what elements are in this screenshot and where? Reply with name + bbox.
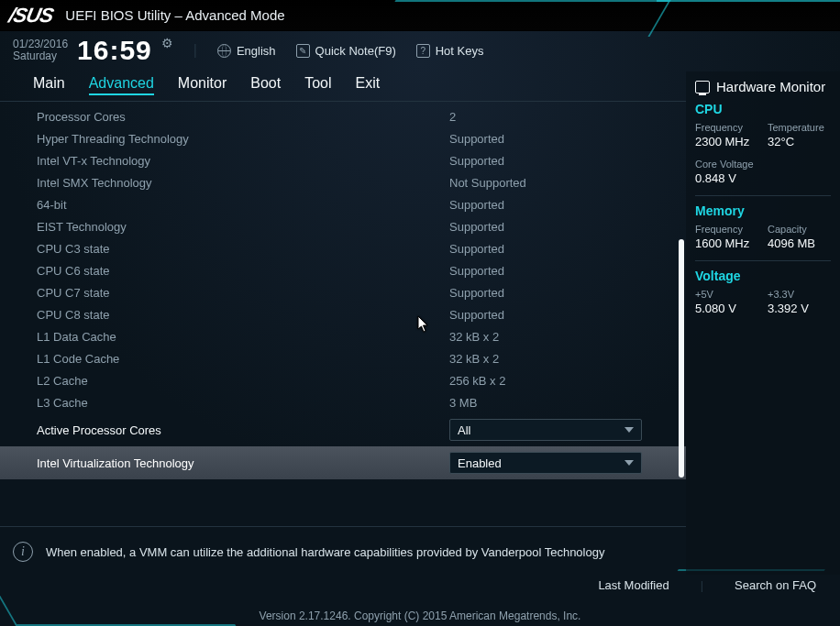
info-value: 256 kB x 2 [449,374,505,388]
tab-tool[interactable]: Tool [304,73,331,95]
status-bar: 01/23/2016 Saturday 16:59 ⚙ | English ✎ … [0,31,840,70]
settings-panel: Processor Cores2Hyper Threading Technolo… [0,102,686,526]
info-row: L3 Cache3 MB [0,391,686,413]
tab-advanced[interactable]: Advanced [89,73,154,95]
hw-monitor-heading: Hardware Monitor [695,79,831,94]
info-label: Processor Cores [37,110,449,124]
config-label: Active Processor Cores [37,423,449,437]
volt-3v-value: 3.392 V [768,302,809,315]
quick-note-button[interactable]: ✎ Quick Note(F9) [296,44,396,58]
config-select[interactable]: All [449,419,642,441]
info-label: L1 Code Cache [37,352,449,366]
info-row: L1 Data Cache32 kB x 2 [0,325,686,347]
info-value: Supported [449,220,504,234]
mem-freq-value: 1600 MHz [695,236,749,250]
config-row[interactable]: Active Processor Cores All [0,413,686,446]
info-label: Intel VT-x Technology [37,154,449,168]
info-row: EIST TechnologySupported [0,215,686,237]
cpu-temp-value: 32°C [768,135,794,148]
info-label: 64-bit [37,198,449,212]
config-label: Intel Virtualization Technology [37,456,449,470]
help-text: When enabled, a VMM can utilize the addi… [46,545,604,559]
note-icon: ✎ [296,44,310,58]
info-value: Supported [449,242,504,256]
main-tabs: Main Advanced Monitor Boot Tool Exit [0,71,686,102]
volt-5v-label: +5V [695,289,758,300]
cpu-freq-label: Frequency [695,122,758,133]
info-value: Supported [449,198,504,212]
quick-note-label: Quick Note(F9) [315,44,396,58]
info-value: Not Supported [449,176,526,190]
hotkeys-button[interactable]: ? Hot Keys [416,44,484,58]
info-label: L2 Cache [37,374,449,388]
tab-exit[interactable]: Exit [356,73,381,95]
info-value: Supported [449,132,504,146]
info-label: L1 Data Cache [37,330,449,344]
time: 16:59 [77,35,152,66]
cpu-temp-label: Temperature [768,122,831,133]
search-faq-link[interactable]: Search on FAQ [735,578,816,592]
mem-freq-label: Frequency [695,224,758,235]
hw-title: Hardware Monitor [716,79,825,94]
language-selector[interactable]: English [217,44,276,58]
info-row: Intel VT-x TechnologySupported [0,149,686,171]
hw-memory-section: Memory Frequency1600 MHz Capacity4096 MB [695,203,831,261]
language-label: English [237,44,276,58]
info-value: 32 kB x 2 [449,330,499,344]
volt-3v-label: +3.3V [768,289,831,300]
chevron-down-icon [624,460,634,466]
hw-voltage-title: Voltage [695,269,831,283]
info-label: CPU C7 state [37,286,449,300]
scrollbar[interactable] [679,102,684,526]
info-value: Supported [449,264,504,278]
last-modified-link[interactable]: Last Modified [598,578,669,592]
info-row: CPU C7 stateSupported [0,281,686,303]
hotkeys-label: Hot Keys [436,44,484,58]
scrollbar-thumb[interactable] [679,239,684,478]
cpu-freq-value: 2300 MHz [695,135,749,148]
info-row: CPU C8 stateSupported [0,303,686,325]
config-select[interactable]: Enabled [449,452,642,474]
mem-cap-label: Capacity [768,224,831,235]
config-row[interactable]: Intel Virtualization Technology Enabled [0,446,686,479]
info-label: CPU C3 state [37,242,449,256]
info-row: Processor Cores2 [0,105,686,127]
chevron-down-icon [624,427,634,433]
info-row: Hyper Threading TechnologySupported [0,127,686,149]
info-value: 3 MB [449,396,477,410]
info-row: CPU C6 stateSupported [0,259,686,281]
info-value: Supported [449,286,504,300]
hardware-monitor-panel: Hardware Monitor CPU Frequency2300 MHz T… [686,71,840,575]
info-value: Supported [449,308,504,322]
config-select-value: Enabled [458,456,502,470]
info-value: 32 kB x 2 [449,352,499,366]
datetime: 01/23/2016 Saturday 16:59 ⚙ [13,35,173,66]
config-select-value: All [458,423,470,437]
hw-cpu-section: CPU Frequency2300 MHz Temperature32°C Co… [695,102,831,196]
info-value: 2 [449,110,456,124]
tab-monitor[interactable]: Monitor [178,73,227,95]
footer-bar: Last Modified | Search on FAQ Version 2.… [0,575,840,626]
monitor-icon [695,81,710,93]
info-label: EIST Technology [37,220,449,234]
hw-voltage-section: Voltage +5V5.080 V +3.3V3.392 V [695,269,831,316]
info-label: Intel SMX Technology [37,176,449,190]
info-label: L3 Cache [37,396,449,410]
info-value: Supported [449,154,504,168]
info-label: Hyper Threading Technology [37,132,449,146]
mem-cap-value: 4096 MB [768,236,815,250]
info-label: CPU C6 state [37,264,449,278]
volt-5v-value: 5.080 V [695,302,736,315]
gear-icon[interactable]: ⚙ [161,36,173,50]
globe-icon [217,44,231,58]
info-label: CPU C8 state [37,308,449,322]
hw-memory-title: Memory [695,203,831,218]
version-text: Version 2.17.1246. Copyright (C) 2015 Am… [0,610,840,622]
cpu-voltage-label: Core Voltage [695,159,831,170]
info-row: CPU C3 stateSupported [0,237,686,259]
tab-boot[interactable]: Boot [250,73,281,95]
info-row: L1 Code Cache32 kB x 2 [0,347,686,369]
tab-main[interactable]: Main [33,73,65,95]
info-row: Intel SMX TechnologyNot Supported [0,171,686,193]
app-title: UEFI BIOS Utility – Advanced Mode [65,7,284,23]
